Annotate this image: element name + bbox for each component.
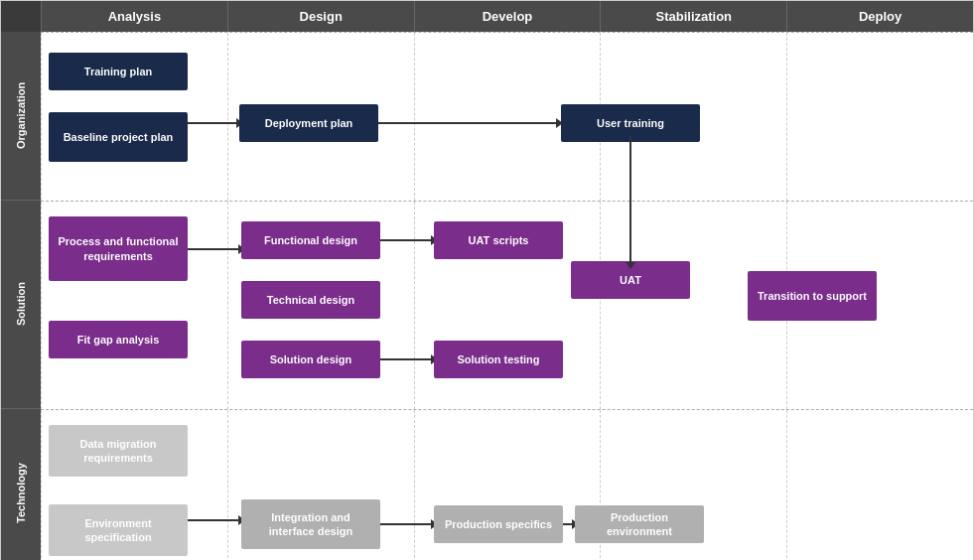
solution-testing-box: Solution testing [434, 341, 563, 378]
solution-design-box: Solution design [241, 341, 380, 378]
arrow-to-production-env [563, 523, 573, 525]
header-row: Analysis Design Develop Stabilization De… [1, 1, 973, 32]
production-env-box: Production environment [575, 505, 704, 543]
arrow-to-integration [188, 519, 239, 521]
sidebar-label-sol: Solution [1, 201, 41, 409]
lane-tech: Data migration requirements Environment … [41, 409, 973, 560]
header-col-analysis: Analysis [41, 1, 227, 32]
baseline-plan-box: Baseline project plan [49, 112, 188, 162]
lane-org: Training plan Baseline project plan Depl… [41, 32, 973, 201]
arrow-user-training-to-uat [629, 136, 631, 263]
arrow-to-uat-scripts [380, 239, 432, 241]
arrow-to-deployment [188, 122, 237, 124]
deployment-plan-box: Deployment plan [239, 104, 378, 142]
arrow-to-functional-design [188, 248, 239, 250]
training-plan-box: Training plan [49, 53, 188, 90]
diagram-wrapper: Analysis Design Develop Stabilization De… [0, 0, 974, 560]
header-col-develop: Develop [414, 1, 601, 32]
arrow-to-solution-testing [380, 358, 432, 360]
data-migration-box: Data migration requirements [49, 425, 188, 477]
production-specifics-box: Production specifics [434, 505, 563, 543]
functional-design-box: Functional design [241, 221, 380, 259]
header-col-stabilization: Stabilization [600, 1, 786, 32]
sidebar: Organization Solution Technology [1, 32, 41, 560]
lane-tech-deploy [786, 410, 973, 560]
technical-design-box: Technical design [241, 281, 380, 319]
sidebar-label-org: Organization [1, 32, 41, 201]
lanes: Training plan Baseline project plan Depl… [41, 32, 973, 560]
arrow-to-user-training [378, 122, 557, 124]
environment-spec-box: Environment specification [49, 504, 188, 556]
corner [1, 1, 41, 32]
integration-interface-box: Integration and interface design [241, 499, 380, 549]
uat-scripts-box: UAT scripts [434, 221, 563, 259]
process-functional-box: Process and functional requirements [49, 216, 188, 281]
fit-gap-box: Fit gap analysis [49, 321, 188, 358]
lane-sol: Process and functional requirements Fit … [41, 201, 973, 409]
sidebar-label-tech: Technology [1, 409, 41, 560]
content-area: Organization Solution Technology Trainin… [1, 32, 973, 560]
arrow-to-production-specifics [380, 523, 432, 525]
lane-org-deploy [786, 33, 973, 201]
transition-support-box: Transition to support [748, 271, 877, 321]
header-col-design: Design [227, 1, 414, 32]
header-col-deploy: Deploy [786, 1, 973, 32]
